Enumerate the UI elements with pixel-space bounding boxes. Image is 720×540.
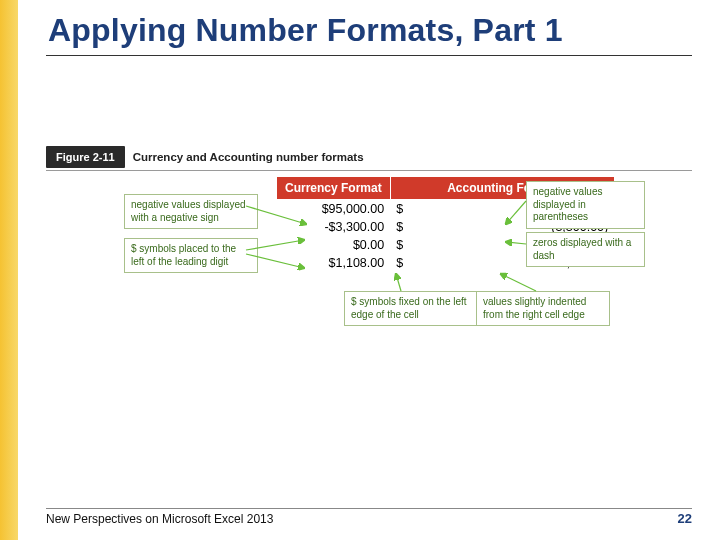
svg-line-3 bbox=[396, 274, 401, 291]
callout-arrows bbox=[46, 146, 706, 346]
accent-sidebar bbox=[0, 0, 18, 540]
footer-text: New Perspectives on Microsoft Excel 2013 bbox=[46, 512, 273, 526]
svg-line-4 bbox=[501, 274, 536, 291]
slide-body: Applying Number Formats, Part 1 Figure 2… bbox=[18, 0, 720, 540]
figure-2-11: Figure 2-11 Currency and Accounting numb… bbox=[46, 146, 692, 376]
svg-line-0 bbox=[246, 206, 306, 224]
svg-line-6 bbox=[506, 242, 526, 244]
slide-footer: New Perspectives on Microsoft Excel 2013… bbox=[46, 508, 692, 526]
svg-line-1 bbox=[246, 240, 304, 250]
slide-title: Applying Number Formats, Part 1 bbox=[48, 12, 692, 49]
page-number: 22 bbox=[678, 511, 692, 526]
title-divider bbox=[46, 55, 692, 56]
svg-line-5 bbox=[506, 201, 526, 224]
svg-line-2 bbox=[246, 254, 304, 268]
